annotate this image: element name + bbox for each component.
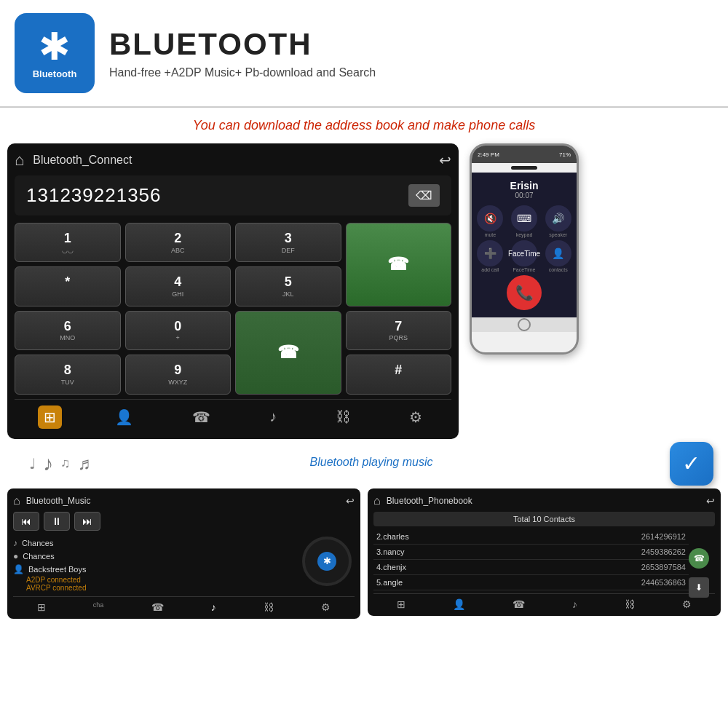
music-screen: ⌂ Bluetooth_Music ↩ ⏮ ⏸ ⏭ ♪ Chances ● Ch… <box>7 488 360 619</box>
pb-name-3: 4.chenjx <box>376 563 406 571</box>
nav-grid-button[interactable]: ⊞ <box>38 405 62 429</box>
dial-key-hash[interactable]: # <box>346 355 452 394</box>
dial-key-0[interactable]: 0 + <box>125 311 232 350</box>
dial-key-8[interactable]: 8 TUV <box>15 355 121 394</box>
nav-phone-button[interactable]: ☎ <box>186 405 216 429</box>
nav-link-button[interactable]: ⛓ <box>330 405 356 428</box>
dial-key-star[interactable]: * <box>15 266 121 306</box>
contacts-button[interactable]: 👤 <box>545 240 571 266</box>
nav-person-button[interactable]: 👤 <box>109 405 139 429</box>
vinyl-disc: ✱ <box>302 537 352 586</box>
phone-battery: 71% <box>559 151 571 158</box>
header-section: ✱ Bluetooth BLUETOOTH Hand-free +A2DP Mu… <box>0 0 728 108</box>
pb-nav-grid[interactable]: ⊞ <box>397 598 405 610</box>
dial-key-6[interactable]: 6 MNO <box>15 311 121 350</box>
music-screen-wrapper: ⌂ Bluetooth_Music ↩ ⏮ ⏸ ⏭ ♪ Chances ● Ch… <box>7 488 360 619</box>
track-1-name: Chances <box>22 539 53 547</box>
music-home-icon[interactable]: ⌂ <box>13 494 20 507</box>
music-nav-phone[interactable]: ☎ <box>151 601 164 613</box>
screen-header: ⌂ Bluetooth_Connect ↩ <box>15 151 451 170</box>
pb-number-2: 2459386262 <box>641 547 686 556</box>
dial-key-4[interactable]: 4 GHI <box>125 266 232 306</box>
delete-button[interactable]: ⌫ <box>408 184 440 207</box>
speaker-button[interactable]: 🔊 <box>545 205 571 232</box>
back-icon[interactable]: ↩ <box>439 151 451 169</box>
pb-row-1: 2.charles 2614296912 <box>373 529 689 545</box>
facetime-label: FaceTime <box>509 267 540 272</box>
music-nav-link[interactable]: ⛓ <box>264 601 274 613</box>
pb-nav-music[interactable]: ♪ <box>572 598 577 610</box>
mute-button[interactable]: 🔇 <box>477 205 503 232</box>
end-call-button[interactable]: 📞 <box>507 275 542 310</box>
phone-speaker <box>511 166 537 170</box>
pb-number-4: 2446536863 <box>641 578 686 587</box>
music-nav-search: cha <box>93 601 104 613</box>
contacts-label: contacts <box>542 267 574 272</box>
pb-screen-title: Bluetooth_Phonebook <box>387 496 706 506</box>
music-nav-grid[interactable]: ⊞ <box>37 601 46 613</box>
dial-key-endcall[interactable]: ☎ <box>235 311 341 395</box>
bottom-section: ⌂ Bluetooth_Music ↩ ⏮ ⏸ ⏭ ♪ Chances ● Ch… <box>0 488 728 619</box>
nav-settings-button[interactable]: ⚙ <box>403 405 428 429</box>
page-title: BLUETOOTH <box>109 27 376 62</box>
dial-key-2[interactable]: 2 ABC <box>125 223 232 262</box>
pb-back-icon[interactable]: ↩ <box>706 495 715 507</box>
dialpad-screen: ⌂ Bluetooth_Connect ↩ 131239221356 ⌫ 1 ◡… <box>7 143 459 439</box>
dial-key-5[interactable]: 5 JKL <box>235 266 341 306</box>
facetime-button[interactable]: FaceTime <box>511 240 537 266</box>
pb-nav-person[interactable]: 👤 <box>453 598 465 610</box>
pause-button[interactable]: ⏸ <box>44 512 70 531</box>
music-note-3: ♫ <box>60 456 71 471</box>
phone-display: 131239221356 ⌫ <box>15 175 451 215</box>
speaker-label: speaker <box>542 232 574 237</box>
pb-row-2: 3.nancy 2459386262 <box>373 545 689 560</box>
pb-nav-settings[interactable]: ⚙ <box>682 598 692 610</box>
phone-mockup: 2:49 PM 71% Erisin 00:07 🔇 mute ⌨ keypad <box>466 143 582 439</box>
music-note-1: ♩ <box>29 455 36 472</box>
pb-number-1: 2614296912 <box>641 532 686 541</box>
pb-call-button[interactable]: ☎ <box>689 548 709 569</box>
music-note-4: ♬ <box>78 454 91 474</box>
pb-name-1: 2.charles <box>376 532 409 541</box>
pb-nav-phone[interactable]: ☎ <box>513 598 525 610</box>
dial-key-7[interactable]: 7 PQRS <box>346 311 452 350</box>
phonebook-list: 2.charles 2614296912 3.nancy 2459386262 … <box>373 529 715 590</box>
home-icon[interactable]: ⌂ <box>15 151 24 170</box>
main-content: ⌂ Bluetooth_Connect ↩ 131239221356 ⌫ 1 ◡… <box>0 143 728 439</box>
prev-button[interactable]: ⏮ <box>13 512 39 531</box>
banner-text: You can download the address book and ma… <box>0 108 728 141</box>
addcall-button[interactable]: ➕ <box>477 240 503 266</box>
keypad-label: keypad <box>509 232 540 237</box>
keypad-button[interactable]: ⌨ <box>511 205 537 232</box>
music-screen-header: ⌂ Bluetooth_Music ↩ <box>13 494 355 507</box>
phone-home-bar <box>472 317 577 332</box>
dial-key-9[interactable]: 9 WXYZ <box>125 355 232 394</box>
home-circle-button[interactable] <box>518 318 531 331</box>
dial-key-1[interactable]: 1 ◡◡ <box>15 223 121 262</box>
next-button[interactable]: ⏭ <box>74 512 100 531</box>
phone-top-bar: 2:49 PM 71% <box>472 146 577 163</box>
bottom-nav: ⊞ 👤 ☎ ♪ ⛓ ⚙ <box>15 399 451 432</box>
phone-call-screen: Erisin 00:07 🔇 mute ⌨ keypad 🔊 speaker <box>472 173 577 317</box>
dial-key-call[interactable]: ☎ <box>346 223 452 306</box>
phonebook-screen-header: ⌂ Bluetooth_Phonebook ↩ <box>373 494 715 507</box>
track-3-name: Backstreet Boys <box>28 565 86 574</box>
bluetooth-symbol-icon: ✱ <box>39 28 71 66</box>
mute-label: mute <box>475 232 506 237</box>
music-back-icon[interactable]: ↩ <box>346 495 355 507</box>
avrcp-status: AVRCP connected <box>26 584 355 592</box>
bluetooth-icon-badge: ✓ <box>670 442 713 486</box>
pb-nav-link[interactable]: ⛓ <box>625 598 635 610</box>
dial-key-3[interactable]: 3 DEF <box>235 223 341 262</box>
track-3-icon: 👤 <box>13 564 24 574</box>
music-nav-settings[interactable]: ⚙ <box>321 601 331 613</box>
music-section-header: ♩ ♪ ♫ ♬ Bluetooth playing music ✓ <box>0 439 728 486</box>
music-nav-music[interactable]: ♪ <box>211 601 216 613</box>
pb-home-icon[interactable]: ⌂ <box>373 494 381 507</box>
vinyl-center: ✱ <box>317 552 336 571</box>
pb-download-button[interactable]: ⬇ <box>689 577 709 598</box>
pb-name-2: 3.nancy <box>376 547 405 556</box>
phone-number: 131239221356 <box>26 184 162 207</box>
pb-number-3: 2653897584 <box>641 563 686 571</box>
nav-music-button[interactable]: ♪ <box>264 405 282 428</box>
